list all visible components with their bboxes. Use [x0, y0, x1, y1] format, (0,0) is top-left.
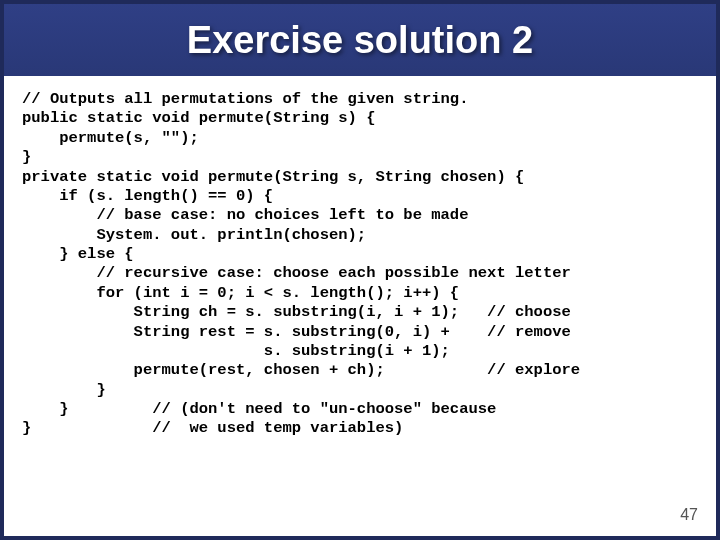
title-bar: Exercise solution 2 — [4, 4, 716, 76]
slide-title: Exercise solution 2 — [187, 19, 533, 62]
code-block: // Outputs all permutations of the given… — [4, 76, 716, 439]
slide-container: Exercise solution 2 // Outputs all permu… — [0, 0, 720, 540]
page-number: 47 — [680, 506, 698, 524]
